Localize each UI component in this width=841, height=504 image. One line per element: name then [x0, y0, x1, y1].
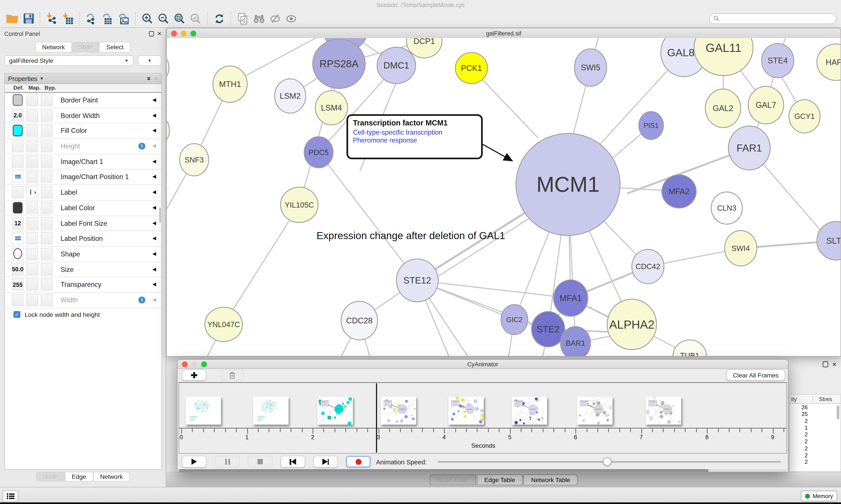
tab-network-table[interactable]: Network Table — [524, 474, 578, 485]
network-node-STE4[interactable]: STE4 — [762, 43, 794, 78]
mapping-cell[interactable] — [26, 232, 38, 245]
expand-property-icon[interactable]: ◀ — [153, 282, 156, 287]
property-row-fill-color[interactable]: Fill Color◀ — [5, 124, 161, 139]
network-node-SLT2[interactable]: SLT2 — [817, 221, 841, 260]
network-node-ALPHA2[interactable]: ALPHA2 — [607, 299, 656, 350]
network-node-GAL7[interactable]: GAL7 — [748, 86, 784, 124]
network-node-YNL047C[interactable]: YNL047C — [205, 307, 243, 342]
zoom-selected-button[interactable] — [189, 12, 203, 25]
style-options-button[interactable]: ▼ — [138, 55, 161, 66]
search-network-button[interactable] — [252, 12, 266, 25]
animation-speed-slider-thumb[interactable] — [603, 457, 611, 466]
network-node-HAP2[interactable]: HAP2 — [817, 44, 841, 80]
default-value-cell[interactable] — [12, 125, 24, 137]
network-node-PCK1[interactable]: PCK1 — [455, 53, 487, 84]
lock-size-row[interactable]: ✓ Lock node width and height — [5, 308, 161, 321]
default-value-cell[interactable] — [12, 186, 24, 198]
network-caption[interactable]: Expression change after deletion of GAL1 — [301, 230, 521, 242]
float-panel-icon[interactable] — [149, 31, 154, 36]
expand-property-icon[interactable]: ◀ — [153, 143, 156, 148]
export-network-button[interactable] — [85, 12, 99, 25]
expand-property-icon[interactable]: ◀ — [153, 236, 156, 241]
network-node-CLN3[interactable]: CLN3 — [711, 192, 742, 224]
animation-frame-thumbnail[interactable]: MCM1 — [577, 397, 612, 425]
network-node-MFA2[interactable]: MFA2 — [662, 175, 696, 208]
bypass-cell[interactable] — [41, 125, 53, 137]
mapping-cell[interactable] — [26, 248, 38, 260]
mapping-cell[interactable] — [26, 201, 38, 214]
default-value-cell[interactable] — [12, 294, 24, 306]
network-node-GIC2[interactable]: GIC2 — [501, 305, 527, 335]
network-node-TUB1[interactable]: TUB1 — [673, 340, 706, 356]
network-node-clipped[interactable] — [167, 114, 169, 146]
network-node-MFA1[interactable]: MFA1 — [553, 280, 588, 317]
expand-property-icon[interactable]: ◀ — [153, 174, 156, 179]
bypass-cell[interactable] — [41, 248, 53, 260]
float-panel-icon[interactable] — [823, 361, 828, 367]
default-value-cell[interactable] — [12, 140, 24, 152]
expand-property-icon[interactable]: ◀ — [153, 297, 156, 302]
mapping-cell[interactable] — [26, 94, 38, 106]
properties-header[interactable]: Properties ▼ » « — [5, 74, 161, 84]
property-row-image-chart-position-1[interactable]: Image/Chart Position 1◀ — [5, 170, 161, 185]
mapping-cell[interactable] — [26, 156, 38, 168]
property-row-image-chart-1[interactable]: Image/Chart 1◀ — [5, 154, 161, 170]
animation-frame-thumbnail[interactable]: MCM1 — [448, 397, 484, 425]
expand-property-icon[interactable]: ◀ — [153, 112, 156, 118]
bypass-cell[interactable] — [41, 171, 53, 183]
table-cell[interactable]: 1 — [789, 424, 808, 431]
import-table-button[interactable] — [61, 12, 75, 25]
tab-network-style[interactable]: Network — [93, 472, 130, 482]
search-input[interactable] — [722, 15, 832, 22]
network-node-GCY1[interactable]: GCY1 — [789, 100, 820, 133]
refresh-view-button[interactable] — [212, 12, 227, 25]
network-node-MCM1[interactable]: MCM1 — [516, 133, 620, 235]
style-selector[interactable]: galFiltered Style ▼ — [4, 55, 133, 66]
mapping-cell[interactable]: ⋮› — [26, 186, 38, 198]
network-node-PDC5[interactable]: PDC5 — [304, 137, 333, 168]
table-cell[interactable]: 2 — [789, 438, 808, 445]
expand-property-icon[interactable]: ◀ — [153, 128, 156, 133]
table-cell[interactable]: 2 — [789, 445, 808, 452]
bypass-cell[interactable] — [41, 294, 53, 306]
show-details-button[interactable] — [284, 12, 298, 25]
tab-node[interactable]: Node — [36, 472, 65, 482]
network-node-BAR1[interactable]: BAR1 — [560, 326, 590, 356]
default-value-cell[interactable] — [12, 232, 24, 245]
task-history-button[interactable] — [3, 490, 18, 502]
network-node-GAL11[interactable]: GAL11 — [694, 38, 753, 75]
zoom-in-button[interactable] — [141, 12, 155, 25]
tab-select[interactable]: Select — [100, 42, 130, 53]
table-cell[interactable]: 2 — [789, 459, 808, 466]
property-row-border-width[interactable]: 2.0Border Width◀ — [5, 108, 161, 124]
bypass-cell[interactable] — [41, 217, 53, 229]
network-node-CDC28[interactable]: CDC28 — [341, 301, 378, 340]
table-cell[interactable]: 2 — [789, 417, 808, 424]
animation-timeline[interactable]: MCM1MCM1MCM1MCM1MCM1MCM1 0123456789 Seco… — [179, 382, 787, 454]
timeline-scrollbar[interactable] — [179, 469, 787, 472]
expand-property-icon[interactable]: ◀ — [153, 190, 156, 195]
bypass-cell[interactable] — [41, 140, 53, 152]
network-node-RPS28A[interactable]: RPS28A — [313, 39, 365, 88]
default-value-cell[interactable]: 2.0 — [12, 109, 24, 122]
table-column-header[interactable]: Stres — [819, 396, 832, 402]
animation-frame-thumbnail[interactable]: MCM1 — [318, 397, 353, 425]
play-button[interactable] — [182, 456, 207, 468]
close-panel-icon[interactable]: ✕ — [832, 361, 837, 367]
table-cell[interactable]: 2 — [789, 452, 808, 458]
property-row-label-position[interactable]: Label Position◀ — [5, 231, 161, 247]
network-node-STE2[interactable]: STE2 — [532, 311, 565, 347]
default-value-cell[interactable] — [12, 94, 24, 106]
tab-style[interactable]: Style — [72, 42, 100, 53]
properties-scrollbar[interactable] — [159, 208, 161, 223]
network-node-GAL2[interactable]: GAL2 — [705, 89, 741, 128]
property-row-shape[interactable]: Shape◀ — [5, 247, 161, 262]
record-button[interactable] — [346, 456, 371, 468]
mapping-cell[interactable] — [26, 109, 38, 122]
network-node-YIL105C[interactable]: YIL105C — [281, 187, 318, 223]
property-row-label[interactable]: ⋮›Label◀ — [5, 185, 161, 200]
mapping-cell[interactable] — [26, 294, 38, 306]
mapping-cell[interactable] — [26, 278, 38, 291]
network-node-LSM2[interactable]: LSM2 — [275, 79, 306, 113]
table-column-header[interactable]: ity — [791, 396, 797, 402]
